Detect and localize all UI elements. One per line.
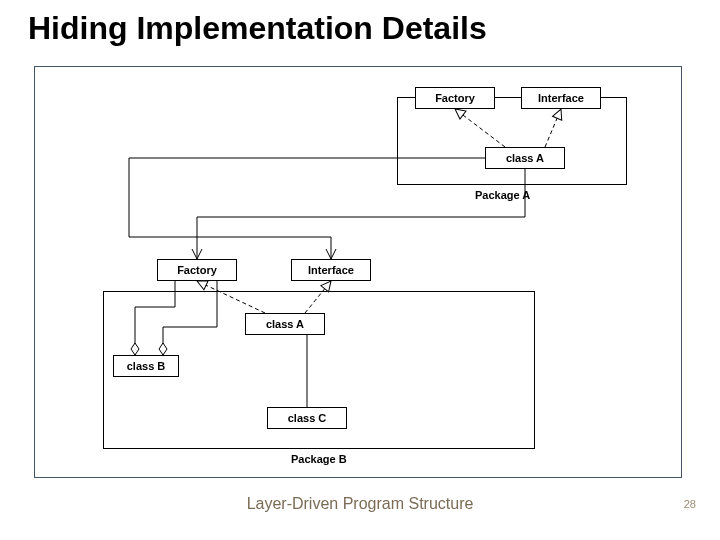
- pkgb-class-b-box: class B: [113, 355, 179, 377]
- pkgb-class-c-box: class C: [267, 407, 347, 429]
- pkga-class-a-box: class A: [485, 147, 565, 169]
- package-a-label: Package A: [475, 189, 530, 201]
- pkga-factory-box: Factory: [415, 87, 495, 109]
- page-number: 28: [684, 498, 696, 510]
- pkga-interface-box: Interface: [521, 87, 601, 109]
- uml-diagram: Package A Factory Interface class A Pack…: [35, 67, 681, 477]
- pkgb-interface-box: Interface: [291, 259, 371, 281]
- diagram-frame: Package A Factory Interface class A Pack…: [34, 66, 682, 478]
- package-a-outline: [397, 97, 627, 185]
- package-b-label: Package B: [291, 453, 347, 465]
- pkgb-factory-box: Factory: [157, 259, 237, 281]
- slide-title: Hiding Implementation Details: [28, 10, 487, 47]
- footer-caption: Layer-Driven Program Structure: [0, 495, 720, 513]
- pkgb-class-a-box: class A: [245, 313, 325, 335]
